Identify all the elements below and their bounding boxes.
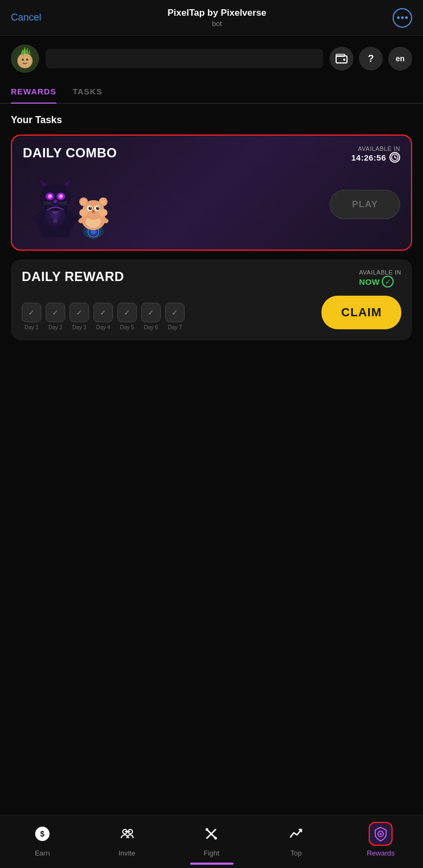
svg-point-78 (380, 833, 382, 835)
nav-item-rewards[interactable]: Rewards (359, 822, 402, 857)
svg-point-61 (81, 199, 86, 205)
day-check-1: ✓ (22, 303, 41, 322)
day-item-6: ✓ Day 6 (141, 303, 161, 330)
help-button[interactable]: ? (359, 47, 383, 71)
day-label-3: Day 3 (72, 324, 86, 330)
rewards-icon (369, 822, 393, 846)
svg-point-59 (98, 207, 99, 208)
reward-now: NOW ✓ (359, 276, 401, 288)
combo-available-label: AVAILABLE IN (351, 145, 400, 152)
claim-button[interactable]: CLAIM (321, 296, 401, 329)
wallet-button[interactable] (330, 47, 353, 71)
nav-item-earn[interactable]: $ Earn (21, 822, 64, 857)
daily-combo-card: DAILY COMBO AVAILABLE IN 14:26:56 (11, 135, 412, 251)
daily-reward-card: DAILY REWARD AVAILABLE IN NOW ✓ ✓ Day 1 … (11, 259, 412, 340)
nav-item-top[interactable]: Top (274, 822, 318, 857)
svg-point-1 (401, 16, 403, 19)
question-icon: ? (368, 53, 374, 65)
svg-point-14 (343, 59, 345, 61)
svg-point-53 (99, 209, 108, 216)
top-bar-subtitle: bot (167, 20, 266, 28)
combo-available: AVAILABLE IN 14:26:56 (351, 145, 400, 163)
header-row: ? en (0, 36, 423, 81)
cancel-button[interactable]: Cancel (11, 12, 41, 23)
rewards-label: Rewards (367, 849, 394, 857)
day-label-4: Day 4 (96, 324, 110, 330)
svg-point-57 (96, 207, 99, 210)
svg-point-58 (90, 207, 91, 208)
tab-tasks[interactable]: TASKS (73, 81, 103, 104)
day-label-7: Day 7 (168, 324, 182, 330)
avatar-image (11, 44, 39, 73)
invite-svg-icon (119, 826, 135, 841)
day-check-2: ✓ (46, 303, 65, 322)
top-bar-center: PixelTap by Pixelverse bot (167, 8, 266, 28)
tab-rewards[interactable]: REWARDS (11, 81, 56, 104)
days-row: ✓ Day 1 ✓ Day 2 ✓ Day 3 ✓ Day 4 ✓ Day (22, 303, 185, 330)
section-title: Your Tasks (11, 114, 412, 126)
day-item-7: ✓ Day 7 (165, 303, 185, 330)
day-item-1: ✓ Day 1 (22, 303, 41, 330)
svg-text:$: $ (40, 829, 45, 838)
combo-title: DAILY COMBO (23, 145, 117, 161)
reward-card-bottom: ✓ Day 1 ✓ Day 2 ✓ Day 3 ✓ Day 4 ✓ Day (22, 294, 401, 330)
combo-card-bottom: PLAY (23, 169, 400, 240)
svg-point-2 (405, 16, 408, 19)
svg-point-63 (100, 199, 106, 205)
invite-label: Invite (118, 849, 135, 857)
day-label-1: Day 1 (24, 324, 39, 330)
svg-point-75 (206, 828, 209, 831)
fight-icon (199, 822, 223, 846)
day-label-6: Day 6 (144, 324, 158, 330)
svg-point-64 (92, 210, 95, 213)
nav-item-fight[interactable]: Fight (190, 822, 233, 857)
play-button[interactable]: PLAY (330, 190, 400, 219)
dots-icon (397, 16, 408, 19)
reward-title: DAILY REWARD (22, 269, 124, 284)
menu-button[interactable] (393, 8, 412, 28)
day-check-7: ✓ (165, 303, 185, 322)
reward-available-label: AVAILABLE IN (359, 269, 401, 276)
top-label: Top (291, 849, 302, 857)
combo-characters (23, 169, 110, 240)
svg-point-41 (41, 229, 54, 238)
wallet-icon (336, 54, 348, 63)
top-bar: Cancel PixelTap by Pixelverse bot (0, 0, 423, 36)
rewards-svg-icon (373, 826, 388, 841)
earn-icon: $ (30, 822, 54, 846)
svg-point-33 (50, 195, 52, 197)
earn-svg-icon: $ (35, 826, 50, 841)
svg-point-52 (79, 209, 88, 216)
day-check-6: ✓ (141, 303, 161, 322)
top-icon (284, 822, 308, 846)
header-icons: ? en (330, 47, 412, 71)
check-circle-icon: ✓ (382, 276, 394, 288)
day-item-3: ✓ Day 3 (70, 303, 89, 330)
day-item-5: ✓ Day 5 (117, 303, 137, 330)
top-svg-icon (288, 826, 304, 841)
day-item-2: ✓ Day 2 (46, 303, 65, 330)
day-check-4: ✓ (93, 303, 113, 322)
svg-point-34 (61, 195, 62, 197)
svg-point-0 (397, 16, 400, 19)
combo-card-header: DAILY COMBO AVAILABLE IN 14:26:56 (23, 145, 400, 163)
username-bar (46, 49, 323, 68)
nav-item-invite[interactable]: Invite (105, 822, 149, 857)
top-bar-title: PixelTap by Pixelverse (167, 8, 266, 18)
day-check-5: ✓ (117, 303, 137, 322)
svg-point-42 (57, 229, 70, 238)
tabs: REWARDS TASKS (0, 81, 423, 104)
avatar (11, 44, 39, 73)
svg-point-76 (214, 837, 217, 840)
earn-label: Earn (35, 849, 49, 857)
svg-point-43 (53, 219, 58, 223)
reward-available: AVAILABLE IN NOW ✓ (359, 269, 401, 288)
svg-point-6 (22, 59, 24, 61)
day-label-2: Day 2 (48, 324, 62, 330)
fight-svg-icon (204, 826, 219, 841)
day-check-3: ✓ (70, 303, 89, 322)
svg-point-56 (89, 207, 92, 210)
lang-button[interactable]: en (388, 47, 412, 71)
reward-card-header: DAILY REWARD AVAILABLE IN NOW ✓ (22, 269, 401, 288)
fight-label: Fight (204, 849, 219, 857)
